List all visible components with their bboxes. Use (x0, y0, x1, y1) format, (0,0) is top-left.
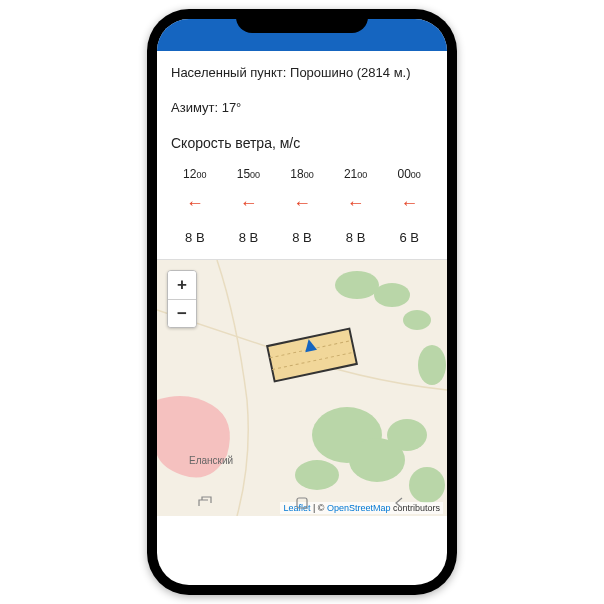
wind-speed: 6 В (399, 230, 419, 245)
zoom-controls: + − (167, 270, 197, 328)
nav-recent-icon[interactable] (197, 495, 213, 511)
wind-col: 1500 ← 8 В (225, 167, 273, 245)
wind-time: 0000 (398, 167, 421, 181)
zoom-out-button[interactable]: − (168, 299, 196, 327)
wind-time: 1200 (183, 167, 206, 181)
wind-time: 2100 (344, 167, 367, 181)
arrow-left-icon: ← (293, 193, 311, 214)
phone-frame: Населенный пункт: Порошино (2814 м.) Ази… (147, 9, 457, 595)
wind-col: 2100 ← 8 В (332, 167, 380, 245)
nav-back-icon[interactable] (391, 495, 407, 511)
wind-speed: 8 В (239, 230, 259, 245)
wind-col: 1800 ← 8 В (278, 167, 326, 245)
zoom-in-button[interactable]: + (168, 271, 196, 299)
wind-speed: 8 В (292, 230, 312, 245)
screen: Населенный пункт: Порошино (2814 м.) Ази… (157, 19, 447, 585)
svg-point-4 (418, 345, 446, 385)
map-place-label: Еланский (189, 455, 233, 466)
arrow-left-icon: ← (239, 193, 257, 214)
wind-section-title: Скорость ветра, м/с (171, 135, 433, 151)
wind-col: 1200 ← 8 В (171, 167, 219, 245)
svg-point-8 (295, 460, 339, 490)
wind-speed: 8 В (185, 230, 205, 245)
map-svg (157, 260, 447, 516)
nav-home-icon[interactable] (294, 495, 310, 511)
phone-notch (236, 9, 368, 33)
wind-time: 1800 (290, 167, 313, 181)
svg-point-7 (387, 419, 427, 451)
svg-point-2 (374, 283, 410, 307)
arrow-left-icon: ← (186, 193, 204, 214)
svg-point-3 (403, 310, 431, 330)
azimuth-line: Азимут: 17° (171, 100, 433, 115)
svg-point-1 (335, 271, 379, 299)
arrow-left-icon: ← (400, 193, 418, 214)
wind-speed: 8 В (346, 230, 366, 245)
wind-grid: 1200 ← 8 В 1500 ← 8 В 1800 ← 8 В 2100 ← (171, 167, 433, 245)
content-area: Населенный пункт: Порошино (2814 м.) Ази… (157, 51, 447, 245)
android-nav-bar (157, 490, 447, 516)
map[interactable]: + − Еланский Leaflet | © OpenStreetMap c… (157, 260, 447, 516)
wind-time: 1500 (237, 167, 260, 181)
settlement-line: Населенный пункт: Порошино (2814 м.) (171, 65, 433, 80)
arrow-left-icon: ← (347, 193, 365, 214)
svg-rect-14 (297, 498, 307, 508)
wind-col: 0000 ← 6 В (385, 167, 433, 245)
